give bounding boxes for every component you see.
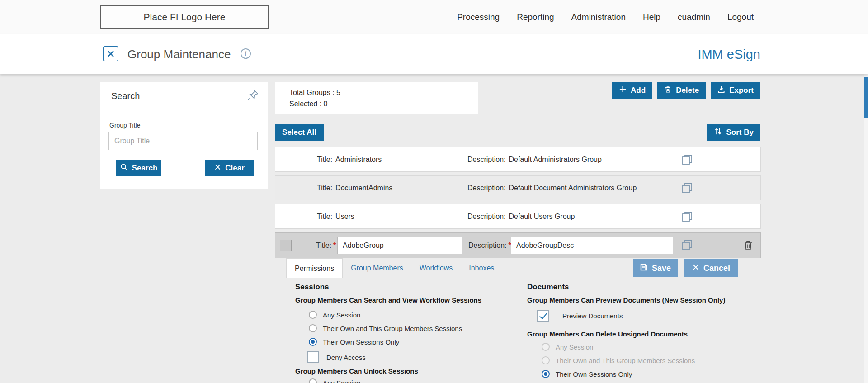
group-row-documentadmins[interactable]: Title: DocumentAdmins Description: Defau… [275,175,761,200]
group-title-input[interactable] [337,237,462,254]
group-row-administrators[interactable]: Title: Administrators Description: Defau… [275,147,761,172]
sessions-unlock-question: Group Members Can Unlock Sessions [295,367,524,375]
copy-group-button[interactable] [680,153,694,166]
option-label: Their Own Sessions Only [556,370,632,378]
copy-group-button[interactable] [680,238,694,252]
radio-own-and-group-sessions[interactable] [309,324,317,332]
save-button[interactable]: Save [633,259,678,277]
group-description-input[interactable] [511,237,673,254]
title-label: Title: [316,241,331,250]
nav-help[interactable]: Help [643,12,660,22]
add-button-label: Add [631,86,646,95]
option-label: Any Session [323,379,360,383]
option-unlock-any-session: Any Session [309,377,524,383]
description-label: Description: [467,184,505,192]
group-description-value: Default Administrators Group [509,156,601,164]
group-title-cell: Title: Users [317,204,354,228]
nav-logout[interactable]: Logout [727,12,754,22]
option-delete-own-only: Their Own Sessions Only [542,369,755,379]
title-field-label: Title: * [316,233,336,258]
search-panel: Search Group Title Search Clear [100,82,268,189]
description-label: Description: [467,213,505,221]
option-label: Their Own Sessions Only [323,338,399,346]
title-label: Title: [317,184,332,192]
total-groups-count: Total Groups : 5 [289,89,478,97]
sessions-section: Sessions Group Members Can Search and Vi… [295,283,524,383]
row-select-checkbox[interactable] [280,240,292,251]
nav-reporting[interactable]: Reporting [517,12,554,22]
radio-delete-any-session [542,343,550,351]
nav-administration[interactable]: Administration [571,12,626,22]
tab-workflows[interactable]: Workflows [411,258,461,278]
search-panel-title: Search [111,91,140,101]
delete-button[interactable]: Delete [657,82,706,99]
tab-group-members[interactable]: Group Members [343,258,411,278]
top-navigation-bar: Place FI Logo Here Processing Reporting … [0,0,868,34]
cancel-button[interactable]: Cancel [684,259,738,277]
sort-by-button[interactable]: Sort By [707,124,760,141]
radio-unlock-any-session[interactable] [309,378,317,383]
nav-user-cuadmin[interactable]: cuadmin [678,12,710,22]
option-label: Their Own and This Group Members Session… [556,357,695,364]
option-any-session: Any Session [309,309,524,320]
copy-group-button[interactable] [680,181,694,195]
radio-delete-own-and-group [542,356,550,364]
clear-x-icon [214,164,221,173]
delete-group-button[interactable] [742,240,754,251]
nav-processing[interactable]: Processing [457,12,500,22]
fi-logo-text: Place FI Logo Here [144,12,226,23]
group-actions-toolbar: Add Delete Export [612,82,760,99]
content-area: Search Group Title Search Clear [0,74,868,383]
deny-access-row: Deny Access [307,351,524,364]
group-title-search-input[interactable] [108,132,258,150]
group-maintenance-app-icon [103,46,118,61]
search-icon [120,163,128,173]
select-all-label: Select All [282,128,316,137]
radio-own-sessions-only[interactable] [309,338,317,346]
add-button[interactable]: Add [612,82,652,99]
radio-any-session[interactable] [309,311,317,319]
plus-icon [619,85,627,95]
scrollbar-thumb[interactable] [864,77,868,118]
export-button[interactable]: Export [711,82,760,99]
select-all-button[interactable]: Select All [275,124,324,141]
documents-heading: Documents [527,283,755,292]
documents-section: Documents Group Members Can Preview Docu… [527,283,755,382]
sessions-search-view-question: Group Members Can Search and View Workfl… [295,296,524,304]
page-header: Group Maintenance i IMM eSign [0,34,868,74]
copy-icon [680,189,694,196]
copy-icon [680,246,694,253]
group-description-cell: Description: Default Administrators Grou… [467,147,602,171]
fi-logo-placeholder: Place FI Logo Here [100,5,269,29]
radio-delete-own-only[interactable] [542,370,550,378]
sessions-heading: Sessions [295,283,524,292]
search-button[interactable]: Search [116,160,161,176]
tab-inboxes[interactable]: Inboxes [461,258,502,278]
group-row-users[interactable]: Title: Users Description: Default Users … [275,204,761,229]
required-asterisk: * [333,241,336,250]
screen: Place FI Logo Here Processing Reporting … [0,0,868,383]
tab-permissions[interactable]: Permissions [286,258,343,278]
main-menu: Processing Reporting Administration Help… [457,0,754,34]
info-icon[interactable]: i [241,48,251,59]
selected-count: Selected : 0 [289,100,478,108]
group-description-cell: Description: Default Document Administra… [467,176,637,200]
group-title-field-label: Group Title [109,122,140,129]
group-description-value: Default Users Group [509,213,575,221]
cancel-button-label: Cancel [703,264,730,273]
option-label: Their Own and This Group Members Session… [323,325,462,332]
clear-button[interactable]: Clear [205,160,254,176]
scrollbar-track[interactable] [864,74,868,383]
preview-documents-checkbox[interactable] [537,310,549,322]
group-title-cell: Title: DocumentAdmins [317,176,392,200]
deny-access-checkbox[interactable] [307,351,319,363]
documents-delete-question: Group Members Can Delete Unsigned Docume… [527,330,755,338]
option-label: Any Session [556,343,593,351]
documents-preview-question: Group Members Can Preview Documents (New… [527,296,755,304]
option-own-sessions-only: Their Own Sessions Only [309,336,524,347]
pin-icon[interactable] [246,88,260,102]
cancel-x-icon [692,264,699,273]
page-title: Group Maintenance [127,34,231,74]
copy-group-button[interactable] [680,210,694,223]
clear-button-label: Clear [225,164,245,173]
